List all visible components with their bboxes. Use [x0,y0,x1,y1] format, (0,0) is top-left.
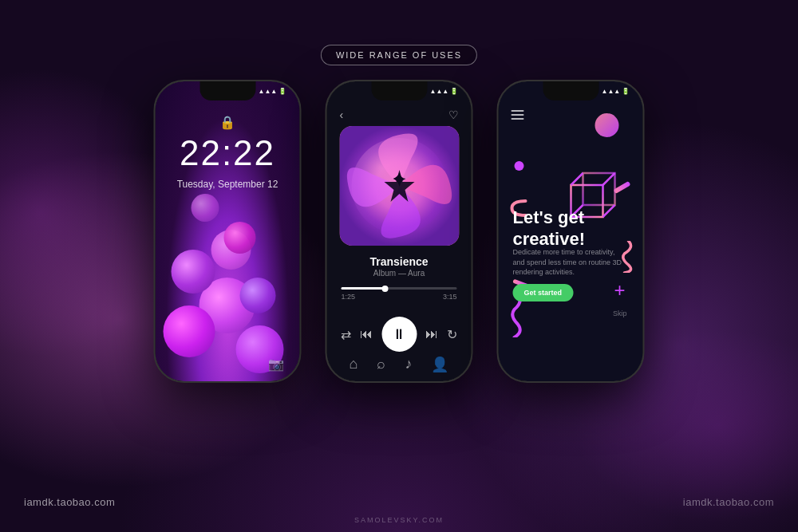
nav-home[interactable]: ⌂ [350,356,358,373]
bubble-2 [172,250,215,294]
time-total: 3:15 [443,293,457,301]
plus-decoration: + [614,279,625,301]
watermark-left: iamdk.taobao.com [24,496,115,508]
lockscreen-time: 22:22 [180,133,275,173]
next-button[interactable]: ⏭ [425,327,438,341]
bubble-5 [240,278,276,313]
svg-line-4 [571,173,583,185]
title-line2: creative! [513,229,586,249]
lockscreen-screen: ▲▲▲ 🔋 🔒 22:22 Tuesday, September 12 📷 [156,81,300,381]
samolevsky-credit: SAMOLEVSKY.COM [354,516,444,524]
status-right-2: ▲▲▲ 🔋 [430,88,459,95]
album-name: Album — Aura [373,269,425,278]
shuffle-button[interactable]: ⇄ [341,327,351,342]
watermark-right: iamdk.taobao.com [683,496,774,508]
status-right-1: ▲▲▲ 🔋 [259,88,287,95]
creative-screen: ▲▲▲ 🔋 [499,81,643,381]
creative-title: Let's get creative! [513,207,586,250]
bubbles-decoration [156,174,300,381]
status-right-3: ▲▲▲ 🔋 [602,88,630,95]
camera-icon: 📷 [268,357,284,372]
creative-subtitle: Dedicate more time to creativity, and sp… [513,247,627,278]
menu-line-3 [512,118,524,120]
artwork-canvas [339,126,459,246]
artwork-svg [339,126,459,246]
phone-music-player: ▲▲▲ 🔋 ‹ ♡ [326,80,473,383]
hamburger-menu[interactable] [512,110,524,120]
phone-lockscreen: ▲▲▲ 🔋 🔒 22:22 Tuesday, September 12 📷 [154,80,302,383]
nav-music[interactable]: ♪ [405,356,412,373]
heart-icon[interactable]: ♡ [448,108,459,121]
pause-button[interactable]: ⏸ [381,317,417,352]
circle-decoration-2 [515,161,524,171]
phone-creative: ▲▲▲ 🔋 [497,80,645,383]
title-line1: Let's get [513,207,585,227]
song-title: Transience [369,255,428,268]
menu-line-2 [512,114,524,116]
progress-bar[interactable] [342,287,457,290]
bubble-8 [192,194,219,222]
svg-line-5 [603,173,615,185]
bubble-3 [164,305,215,357]
bubble-7 [224,222,256,254]
status-bar-3: ▲▲▲ 🔋 [499,88,643,95]
badge-container: WIDE RANGE OF USES [321,45,477,65]
menu-line-1 [512,110,524,112]
lock-icon: 🔒 [219,115,235,130]
skip-button[interactable]: Skip [613,309,627,317]
prev-button[interactable]: ⏮ [360,327,373,341]
nav-profile[interactable]: 👤 [431,356,448,373]
playback-controls: ⇄ ⏮ ⏸ ⏭ ↻ [337,317,462,352]
status-bar-1: ▲▲▲ 🔋 [156,88,300,95]
status-bar-2: ▲▲▲ 🔋 [327,88,472,95]
svg-line-6 [603,205,615,217]
time-current: 1:25 [342,293,356,301]
progress-fill [342,287,385,290]
music-screen: ▲▲▲ 🔋 ‹ ♡ [327,81,472,381]
nav-search[interactable]: ⌕ [377,356,385,373]
get-started-button[interactable]: Get started [513,284,574,301]
album-artwork [339,126,459,246]
progress-container[interactable]: 1:25 3:15 [342,287,457,301]
repeat-button[interactable]: ↻ [447,327,457,342]
use-cases-badge: WIDE RANGE OF USES [321,45,477,65]
phones-container: ▲▲▲ 🔋 🔒 22:22 Tuesday, September 12 📷 [154,80,645,383]
bottom-nav: ⌂ ⌕ ♪ 👤 [327,356,472,373]
progress-dot [382,286,389,292]
time-display: 1:25 3:15 [342,293,457,301]
back-icon[interactable]: ‹ [340,108,344,121]
circle-decoration-1 [595,113,619,137]
